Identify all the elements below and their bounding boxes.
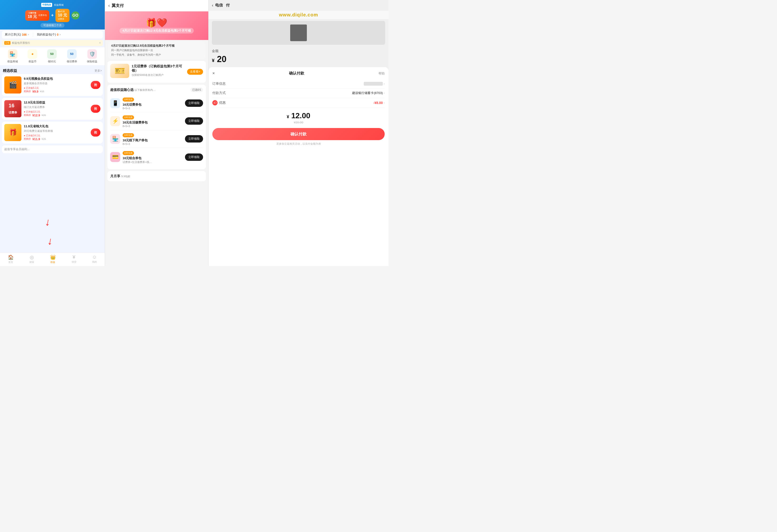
promo2-sublabel: 送3个月 [58, 10, 67, 13]
nav-item-insurance[interactable]: 🛡️ 保险权益 [87, 49, 97, 63]
benefits-arrow: > [60, 33, 61, 36]
option-sub-3: 8+5+3 [123, 142, 183, 145]
bottom-nav: 🏠 首页 ◎ 财富 👑 权益 ¥ 借贷 ☺ 我的 [0, 253, 105, 266]
watermark-bar: www.diqile.com [209, 11, 388, 19]
option-content-4: 分时生效 16元组合券包 话费券+生活缴费券+线… [123, 150, 183, 164]
coins-icon: 🔸 [28, 49, 37, 59]
benefit-subsidy-3: ● 已补贴14.1元 [24, 134, 88, 137]
benefit-card-3[interactable]: 🎁 11.9元省钱大礼包 20元电费立减金等你来领 ● 已补贴14.1元 抢购价… [2, 122, 103, 143]
option-content-3: 分时生效 16元线下商户券包 8+5+3 [123, 133, 183, 145]
option-title-4: 16元组合券包 [123, 156, 183, 160]
nav-item-voucher[interactable]: 50 领话费券 [67, 49, 77, 63]
amount-label: 金额 [212, 49, 385, 53]
points-total-label: 累计已享(元) [5, 33, 21, 37]
nav-tab-benefits[interactable]: 👑 权益 [50, 254, 56, 264]
benefits-count[interactable]: 我的权益包(个) 0 > [37, 33, 61, 37]
option-3: 🏪 分时生效 16元线下商户券包 8+5+3 立即领取 [110, 130, 203, 148]
nav-coins-label: 权益币 [28, 60, 36, 63]
order-value: › [364, 82, 385, 86]
price-row-2: 抢购价 ¥12.9 ¥26 [24, 114, 88, 117]
time-badge-4: 分时生效 [123, 151, 134, 155]
points-total[interactable]: 累计已享(元) 166 > [5, 33, 29, 37]
voucher-section: 🎫 1元话费券（订购权益包第3个月可领） 仅限前5000名首次订购用户 去看看> [107, 61, 206, 83]
notice-close[interactable]: × [99, 41, 101, 45]
confirm-pay-button[interactable]: 确认付款 [212, 128, 385, 140]
points-mall-link[interactable]: 权益商城 [54, 3, 64, 7]
time-badge-1: 分时生效 [123, 98, 134, 102]
divider [33, 32, 33, 37]
panel3-back[interactable]: ‹ [212, 3, 213, 8]
panel2-back[interactable]: ‹ [108, 3, 110, 8]
nav-tab-home[interactable]: 🏠 首页 [8, 254, 14, 264]
claim-btn-1[interactable]: 立即领取 [185, 100, 203, 107]
help-link[interactable]: 帮助 [378, 72, 385, 76]
go-button[interactable]: GO [72, 11, 80, 19]
panel1-header: 中国电信 权益商城 订购可领 18 元 话费券包 + 送3个月 10 元 话费券… [0, 0, 105, 29]
option-content-1: 分时生效 16元话费券包 8+5+3 [123, 97, 183, 110]
panel-payment: ‹ 电信 付 www.diqile.com 金额 ¥ 20 × 确认付款 帮助 … [209, 0, 388, 266]
discount-row[interactable]: 🏷 优惠 -¥8.00 › [212, 98, 385, 108]
confirm-close[interactable]: × [212, 71, 215, 76]
points-bar: 累计已享(元) 166 > 我的权益包(个) 0 > [2, 31, 103, 38]
nav-tab-mine[interactable]: ☺ 我的 [92, 254, 97, 264]
claim-btn-4[interactable]: 立即领取 [185, 153, 203, 161]
hero-inner: 🎁❤️ 4月27日起首次订购12.9元生活权益包第2个月可领 [117, 15, 196, 36]
grab-btn-2[interactable]: 抢 [91, 105, 100, 113]
final-currency: ¥ [287, 114, 289, 119]
nav-item-coins[interactable]: 🔸 权益币 [28, 49, 37, 63]
benefit-img-3: 🎁 [4, 124, 21, 141]
claim-btn-3[interactable]: 立即领取 [185, 135, 203, 142]
option-sub-4: 话费券+生活缴费券+线… [123, 160, 183, 164]
promo2-amount: 10 [58, 13, 62, 17]
promo-card-1[interactable]: 订购可领 18 元 话费券包 [25, 10, 49, 21]
price-row-1: 抢购价 ¥9.9 ¥15 [24, 90, 88, 93]
qr-area [212, 21, 385, 45]
continue-label: 可连续领三个月 [40, 23, 65, 28]
time-badge-2: 分时生效 [123, 115, 134, 119]
final-amount-display: ¥ 12.00 [212, 111, 385, 120]
quick-nav: 🏪 权益商城 🔸 权益币 50 领50元 50 领话费券 🛡️ 保险权益 [0, 47, 105, 65]
payment-row[interactable]: 付款方式 建设银行储蓄卡(8703) › [212, 89, 385, 98]
header-top-bar: 中国电信 权益商城 [2, 3, 102, 7]
grab-btn-1[interactable]: 抢 [91, 81, 100, 89]
benefit-card-2[interactable]: 16话费券 12.9元生活权益 续订次月返话费券 ● 已补贴13.1元 抢购价 … [2, 98, 103, 120]
benefit-content-3: 11.9元省钱大礼包 20元电费立减金等你来领 ● 已补贴14.1元 抢购价 ¥… [24, 124, 88, 141]
claim-btn-2[interactable]: 立即领取 [185, 117, 203, 125]
monthly-section: 月月享 9.9包邮 [107, 171, 206, 181]
nav-wealth-label: 财富 [29, 261, 34, 264]
benefit-subtitle-2: 续订次月返话费券 [24, 105, 88, 109]
discount-value: -¥8.00 [373, 101, 383, 105]
payment-method: 建设银行储蓄卡(8703) [352, 91, 383, 95]
nav-item-mall[interactable]: 🏪 权益商城 [7, 49, 18, 63]
benefit-content-2: 12.9元生活权益 续订次月返话费券 ● 已补贴13.1元 抢购价 ¥12.9 … [24, 100, 88, 117]
price-current-3: ¥11.9 [32, 137, 40, 141]
benefit-subtitle-1: 超多视频会员等你选 [24, 82, 88, 85]
benefit-content-1: 9.9元视频会员权益包 超多视频会员等你选 ● 已补贴5.1元 抢购价 ¥9.9… [24, 77, 88, 93]
panel2-content: 🎁❤️ 4月27日起首次订购12.9元生活权益包第2个月可领 4月27日起首次订… [105, 11, 208, 266]
more-link[interactable]: 更多> [95, 69, 102, 73]
voucher-row: 🎫 1元话费券（订购权益包第3个月可领） 仅限前5000名首次订购用户 去看看> [110, 64, 203, 80]
nav-tab-wealth[interactable]: ◎ 财富 [29, 254, 34, 264]
nav-item-50[interactable]: 50 领50元 [47, 49, 57, 63]
superbenefit-sub: 以下板块所有内… [134, 89, 155, 91]
panel2-title: 翼支付 [112, 3, 124, 8]
benefit-card-1[interactable]: 🎬 9.9元视频会员权益包 超多视频会员等你选 ● 已补贴5.1元 抢购价 ¥9… [2, 74, 103, 96]
order-info-row: 订单信息 › [212, 79, 385, 89]
price-original-2: ¥26 [42, 114, 46, 117]
option-1: 📱 分时生效 16元话费券包 8+5+3 立即领取 [110, 95, 203, 112]
nav-mine-label: 我的 [92, 260, 97, 264]
section-title-text: 精选权益 [3, 69, 17, 73]
benefit-img-1: 🎬 [4, 77, 21, 94]
payment-value-row: 建设银行储蓄卡(8703) › [352, 91, 385, 95]
option-title-2: 16元生活缴费券包 [123, 120, 183, 125]
telecom-logo: 中国电信 [41, 3, 52, 7]
nav-benefits-label: 权益 [50, 261, 55, 264]
go-see-btn[interactable]: 去看看> [187, 69, 203, 75]
price-original-3: ¥26 [42, 138, 46, 140]
amount-section: 金额 ¥ 20 [209, 47, 388, 65]
notice-bar: 公告 权益包开票指引 × [2, 40, 103, 46]
mine-icon: ☺ [92, 254, 97, 260]
grab-btn-3[interactable]: 抢 [91, 128, 100, 137]
promo-card-2[interactable]: 送3个月 10 元 话费券 [56, 9, 69, 22]
nav-tab-loan[interactable]: ¥ 借贷 [72, 254, 77, 264]
